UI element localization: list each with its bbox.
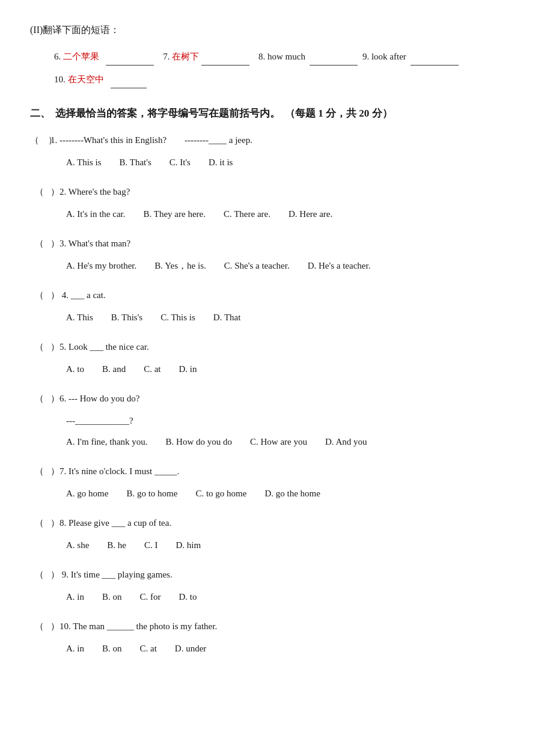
q1-optB: B. That's — [119, 154, 151, 171]
q3-optD: D. He's a teacher. — [308, 258, 371, 274]
q5-bracket: （ — [30, 339, 48, 355]
item8-text: how much — [267, 52, 305, 61]
q8-optA: A. she — [66, 537, 89, 553]
q7-text: ）7. It's nine o'clock. I must _____. — [50, 463, 523, 480]
item9-text: look after — [371, 52, 406, 61]
q4-optD: D. That — [213, 309, 241, 326]
q10-bracket: （ — [30, 618, 48, 635]
q8-optC: C. I — [144, 537, 158, 553]
q4-optC: C. This is — [160, 309, 195, 326]
q4-optA: A. This — [66, 309, 93, 326]
translation-section: (II)翻译下面的短语： 6. 二个苹果 7. 在树下 8. how much … — [30, 24, 523, 88]
section2-num: 二、 — [30, 106, 50, 120]
q7-line: （ ）7. It's nine o'clock. I must _____. — [30, 463, 523, 480]
q6-optB: B. How do you do — [166, 434, 232, 450]
q9-optB: B. on — [102, 589, 122, 605]
question-10: （ ）10. The man ______ the photo is my fa… — [30, 618, 523, 657]
q5-optC: C. at — [144, 361, 160, 377]
q7-bracket: （ — [30, 463, 48, 480]
q8-optD: D. him — [176, 537, 201, 553]
q3-options: A. He's my brother. B. Yes，he is. C. She… — [66, 258, 523, 274]
q9-line: （ ） 9. It's time ___ playing games. — [30, 567, 523, 583]
item9-num: 9. — [362, 52, 371, 61]
question-5: （ ）5. Look ___ the nice car. A. to B. an… — [30, 339, 523, 377]
q10-options: A. in B. on C. at D. under — [66, 641, 523, 657]
q1-text: 1. --------What's this in English? -----… — [50, 132, 523, 148]
item7-blank — [201, 55, 249, 66]
q2-optA: A. It's in the car. — [66, 206, 126, 222]
questions-container: （ ） 1. --------What's this in English? -… — [30, 132, 523, 657]
q7-optA: A. go home — [66, 486, 108, 502]
q9-options: A. in B. on C. for D. to — [66, 589, 523, 605]
q4-options: A. This B. This's C. This is D. That — [66, 309, 523, 326]
q1-bracket: （ ） — [30, 132, 48, 148]
q8-text: ）8. Please give ___ a cup of tea. — [50, 515, 523, 531]
q2-text: ）2. Where's the bag? — [50, 184, 523, 200]
q10-line: （ ）10. The man ______ the photo is my fa… — [30, 618, 523, 635]
q3-optA: A. He's my brother. — [66, 258, 136, 274]
section2-score: （每题 1 分，共 20 分） — [285, 106, 393, 120]
q6-bracket: （ — [30, 391, 48, 407]
q9-optC: C. for — [140, 589, 161, 605]
q6-options: A. I'm fine, thank you. B. How do you do… — [66, 434, 523, 450]
translation-row-2: 10. 在天空中 — [54, 70, 523, 88]
q5-optA: A. to — [66, 361, 84, 377]
item8-num: 8. — [258, 52, 267, 61]
question-6: （ ）6. --- How do you do? ---____________… — [30, 391, 523, 450]
q5-optD: D. in — [179, 361, 197, 377]
q2-line: （ ）2. Where's the bag? — [30, 184, 523, 200]
q1-options: A. This is B. That's C. It's D. it is — [66, 154, 523, 171]
q10-optD: D. under — [175, 641, 207, 657]
q8-line: （ ）8. Please give ___ a cup of tea. — [30, 515, 523, 531]
q10-optC: C. at — [140, 641, 157, 657]
q8-options: A. she B. he C. I D. him — [66, 537, 523, 553]
q10-text: ）10. The man ______ the photo is my fath… — [50, 618, 523, 635]
q6-text: ）6. --- How do you do? — [50, 391, 523, 407]
q5-line: （ ）5. Look ___ the nice car. — [30, 339, 523, 355]
q2-bracket: （ — [30, 184, 48, 200]
question-1: （ ） 1. --------What's this in English? -… — [30, 132, 523, 171]
q5-optB: B. and — [102, 361, 126, 377]
item10-num: 10. — [54, 75, 68, 84]
q3-text: ）3. What's that man? — [50, 236, 523, 252]
item7-num: 7. — [163, 52, 172, 61]
q4-text: ） 4. ___ a cat. — [50, 287, 523, 303]
q4-optB: B. This's — [111, 309, 142, 326]
q2-optB: B. They are here. — [144, 206, 206, 222]
q3-optC: C. She's a teacher. — [224, 258, 290, 274]
item10-text: 在天空中 — [68, 75, 104, 84]
q2-optD: D. Here are. — [289, 206, 332, 222]
item9-blank — [411, 55, 459, 66]
q1-optD: D. it is — [209, 154, 233, 171]
question-7: （ ）7. It's nine o'clock. I must _____. A… — [30, 463, 523, 502]
q7-optD: D. go the home — [264, 486, 320, 502]
q1-line: （ ） 1. --------What's this in English? -… — [30, 132, 523, 148]
section2-title: 二、 选择最恰当的答案，将字母编号写在题前括号内。 （每题 1 分，共 20 分… — [30, 106, 523, 120]
q10-optA: A. in — [66, 641, 84, 657]
q9-optD: D. to — [179, 589, 197, 605]
q4-line: （ ） 4. ___ a cat. — [30, 287, 523, 303]
q3-bracket: （ — [30, 236, 48, 252]
q7-optB: B. go to home — [126, 486, 177, 502]
question-3: （ ）3. What's that man? A. He's my brothe… — [30, 236, 523, 274]
q1-optC: C. It's — [170, 154, 191, 171]
section2-main: 选择最恰当的答案，将字母编号写在题前括号内。 — [55, 106, 280, 120]
question-8: （ ）8. Please give ___ a cup of tea. A. s… — [30, 515, 523, 553]
q7-optC: C. to go home — [195, 486, 246, 502]
item6-blank — [106, 55, 154, 66]
q6-sub: ---____________? — [66, 413, 523, 429]
item6-text: 二个苹果 — [63, 52, 99, 61]
q10-optB: B. on — [102, 641, 122, 657]
q6-line: （ ）6. --- How do you do? — [30, 391, 523, 407]
q9-bracket: （ — [30, 567, 48, 583]
q9-optA: A. in — [66, 589, 84, 605]
question-9: （ ） 9. It's time ___ playing games. A. i… — [30, 567, 523, 605]
question-2: （ ）2. Where's the bag? A. It's in the ca… — [30, 184, 523, 222]
q8-optB: B. he — [107, 537, 126, 553]
q4-bracket: （ — [30, 287, 48, 303]
item10-blank — [111, 78, 147, 88]
q1-optA: A. This is — [66, 154, 101, 171]
q8-bracket: （ — [30, 515, 48, 531]
q6-optA: A. I'm fine, thank you. — [66, 434, 148, 450]
q2-options: A. It's in the car. B. They are here. C.… — [66, 206, 523, 222]
